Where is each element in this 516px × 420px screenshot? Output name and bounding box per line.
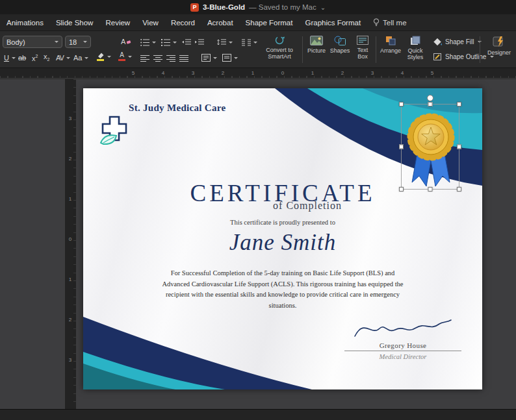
selection-handle-e[interactable]	[457, 145, 461, 149]
picture-icon	[310, 36, 323, 45]
pencil-outline-icon	[433, 53, 443, 61]
powerpoint-app-icon: P	[190, 3, 199, 12]
vertical-ruler[interactable]: 3 2 1 0 1 2 3	[65, 79, 76, 409]
arrange-button[interactable]: Arrange	[379, 36, 402, 54]
change-case-button[interactable]: Aa	[73, 53, 88, 63]
decrease-indent-button[interactable]	[182, 37, 191, 47]
chevron-down-icon	[229, 42, 233, 43]
columns-icon	[242, 39, 251, 46]
tab-acrobat[interactable]: Acrobat	[207, 19, 233, 27]
horizontal-ruler[interactable]: 5 4 3 2 1 0 1 2 3 4 5	[0, 68, 516, 79]
tab-animations[interactable]: Animations	[6, 19, 44, 27]
tab-slide-show[interactable]: Slide Show	[56, 19, 94, 27]
medal-graphic-selected[interactable]	[401, 104, 459, 190]
org-name[interactable]: St. Judy Medical Care	[129, 103, 272, 114]
recipient-name[interactable]: Jane Smith	[83, 230, 482, 256]
presented-line[interactable]: This certificate is proudly presented to	[83, 219, 482, 226]
font-size-select[interactable]: 18	[65, 36, 91, 48]
align-right-button[interactable]	[166, 53, 175, 64]
justify-button[interactable]	[179, 53, 188, 64]
signer-title: Medical Director	[344, 353, 461, 360]
text-box-button[interactable]: TextBox	[352, 36, 373, 60]
tab-review[interactable]: Review	[105, 19, 130, 27]
selection-handle-w[interactable]	[399, 145, 404, 149]
convert-to-smartart-button[interactable]: Convert toSmartArt	[260, 36, 299, 60]
quick-styles-icon	[410, 36, 420, 45]
selection-handle-nw[interactable]	[399, 102, 404, 106]
columns-button[interactable]	[242, 37, 257, 47]
chevron-down-icon	[152, 42, 156, 43]
line-spacing-button[interactable]	[217, 37, 233, 47]
title-bar: P 3-Blue-Gold — Saved to my Mac ⌄	[0, 0, 516, 14]
signer-name: Gregory House	[344, 341, 461, 351]
line-spacing-icon	[217, 39, 226, 46]
tab-shape-format[interactable]: Shape Format	[246, 19, 293, 27]
ribbon-divider	[302, 36, 303, 63]
font-color-button[interactable]: A	[118, 51, 132, 62]
selection-handle-ne[interactable]	[457, 102, 461, 106]
chevron-down-icon	[234, 57, 238, 59]
org-logo[interactable]	[99, 114, 130, 147]
slide-work-area: 3 2 1 0 1 2 3	[0, 79, 516, 409]
chevron-down-icon	[107, 56, 111, 58]
selection-handle-sw[interactable]	[399, 187, 404, 191]
clear-formatting-button[interactable]: A	[121, 36, 131, 47]
rotation-handle[interactable]	[427, 95, 433, 101]
align-left-button[interactable]	[140, 53, 149, 64]
shape-fill-button[interactable]: Shape Fill	[433, 38, 482, 46]
numbering-button[interactable]	[161, 37, 177, 47]
slide-canvas[interactable]: St. Judy Medical Care CERTIFICATE of Com…	[83, 88, 482, 389]
selection-handle-n[interactable]	[428, 102, 433, 106]
certificate-subtitle[interactable]: of Completion	[273, 200, 342, 212]
tab-view[interactable]: View	[142, 19, 159, 27]
shapes-button[interactable]: Shapes	[329, 36, 351, 54]
highlight-color-button[interactable]	[96, 51, 111, 62]
align-center-icon	[153, 55, 162, 62]
ribbon-divider	[376, 36, 376, 63]
align-text-icon	[222, 54, 231, 62]
text-direction-button[interactable]	[201, 53, 217, 63]
align-right-icon	[166, 55, 175, 62]
character-spacing-button[interactable]: AV	[56, 53, 70, 63]
smartart-icon	[274, 36, 285, 45]
outdent-icon	[182, 39, 191, 46]
align-text-button[interactable]	[222, 53, 238, 63]
save-status: — Saved to my Mac	[249, 3, 316, 11]
chevron-down-icon	[128, 56, 132, 58]
title-chevron-icon[interactable]: ⌄	[320, 4, 326, 11]
eraser-icon	[127, 40, 131, 44]
tab-record[interactable]: Record	[171, 19, 195, 27]
superscript-button[interactable]: x2	[32, 53, 38, 63]
underline-button[interactable]: U	[4, 53, 16, 63]
align-center-button[interactable]	[153, 53, 162, 64]
certificate-body-text[interactable]: For Successful Completion of the 5-day t…	[159, 268, 407, 311]
medical-cross-leaf-icon	[99, 114, 130, 147]
chevron-down-icon	[66, 57, 70, 59]
chevron-down-icon	[84, 57, 88, 59]
chevron-down-icon	[12, 57, 16, 59]
designer-button[interactable]: Designer	[485, 36, 513, 56]
strikethrough-button[interactable]: ab	[18, 53, 26, 63]
bullet-list-icon	[140, 39, 149, 46]
text-box-icon	[357, 36, 368, 45]
chevron-down-icon	[213, 57, 217, 59]
increase-indent-button[interactable]	[195, 37, 204, 47]
subscript-button[interactable]: x2	[44, 53, 49, 63]
picture-button[interactable]: Picture	[305, 36, 328, 54]
lightbulb-icon	[373, 18, 380, 27]
status-bar	[0, 409, 516, 420]
tab-graphics-format[interactable]: Graphics Format	[305, 19, 361, 27]
font-name-select[interactable]: Body)	[3, 36, 62, 48]
chevron-down-icon	[173, 42, 177, 43]
selection-handle-s[interactable]	[428, 187, 433, 191]
tell-me-button[interactable]: Tell me	[373, 18, 406, 27]
selection-handle-se[interactable]	[457, 187, 461, 191]
chevron-down-icon	[490, 56, 494, 58]
bullets-button[interactable]	[140, 37, 156, 47]
ribbon-divider	[480, 36, 480, 63]
ribbon-tab-bar: Animations Slide Show Review View Record…	[0, 14, 516, 31]
chevron-down-icon	[55, 41, 58, 43]
ribbon: Body) 18 A	[0, 31, 516, 68]
signature-block[interactable]: Gregory House Medical Director	[344, 314, 461, 360]
quick-styles-button[interactable]: QuickStyles	[404, 36, 427, 61]
